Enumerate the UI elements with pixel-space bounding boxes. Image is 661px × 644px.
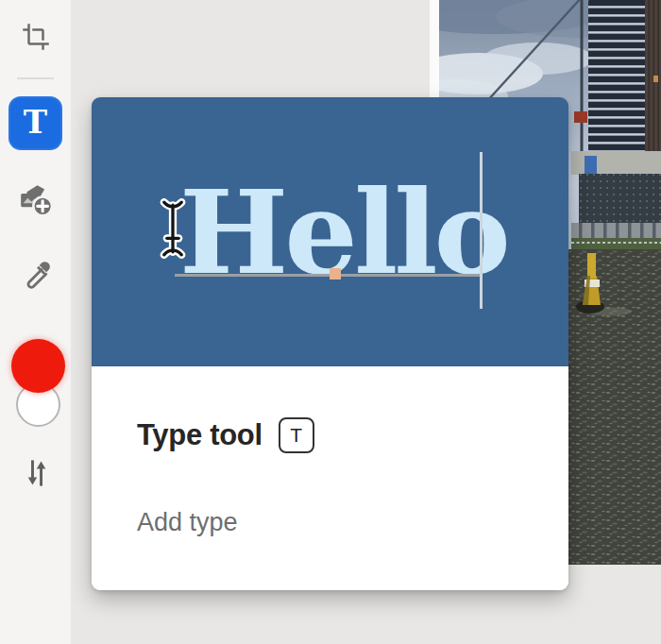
add-image-icon xyxy=(18,181,54,219)
tooltip-body: Type tool T Add type xyxy=(92,366,568,590)
eyedropper-button[interactable] xyxy=(19,255,55,295)
tooltip-description: Add type xyxy=(137,508,238,537)
foreground-color-swatch[interactable] xyxy=(11,339,65,393)
baseline-handle xyxy=(330,268,341,280)
type-tool-tooltip: Hello Type tool T Add type xyxy=(92,97,568,590)
toolbar-divider xyxy=(17,77,54,79)
add-image-button[interactable] xyxy=(17,180,55,220)
toolbar: T xyxy=(0,0,71,644)
ibeam-cursor-icon xyxy=(158,197,188,260)
color-well[interactable] xyxy=(11,339,63,431)
crop-icon xyxy=(22,23,50,51)
tooltip-preview: Hello xyxy=(92,97,568,366)
text-caret xyxy=(480,152,483,309)
shortcut-key-badge: T xyxy=(279,417,314,453)
tooltip-title-row: Type tool T xyxy=(137,417,314,453)
crop-tool-button[interactable] xyxy=(18,19,54,55)
swap-arrows-icon xyxy=(23,457,51,489)
preview-text: Hello xyxy=(179,175,507,290)
eyedropper-icon xyxy=(21,257,53,293)
type-tool-button[interactable]: T xyxy=(8,96,62,150)
tooltip-title: Type tool xyxy=(137,418,263,452)
text-baseline xyxy=(175,274,481,277)
swap-colors-button[interactable] xyxy=(21,455,53,491)
type-tool-icon: T xyxy=(24,106,47,141)
photo-editor-app: T xyxy=(0,0,661,644)
